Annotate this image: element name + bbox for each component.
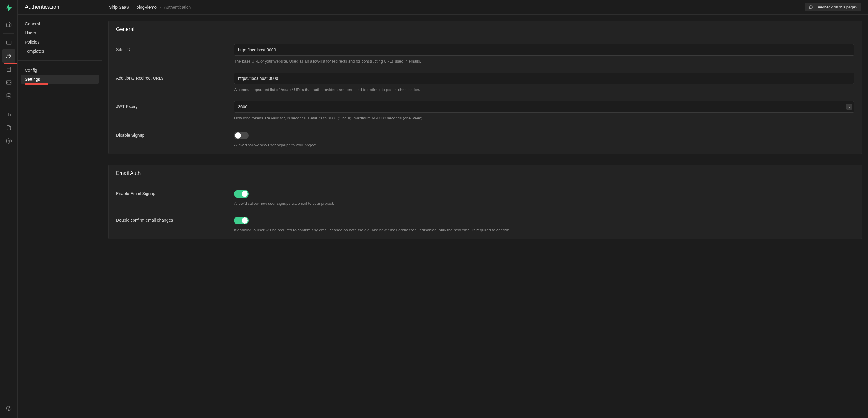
jwt-expiry-label: JWT Expiry bbox=[116, 101, 234, 121]
nav-auth[interactable] bbox=[2, 49, 16, 63]
main: Ship SaaS › blog-demo › Authentication F… bbox=[102, 0, 868, 418]
double-confirm-label: Double confirm email changes bbox=[116, 215, 234, 233]
divider bbox=[3, 105, 14, 105]
double-confirm-toggle[interactable] bbox=[234, 216, 249, 224]
subnav-users[interactable]: Users bbox=[21, 28, 99, 37]
site-url-input[interactable] bbox=[234, 44, 855, 56]
disable-signup-toggle[interactable] bbox=[234, 132, 249, 139]
chevron-right-icon: › bbox=[160, 5, 161, 10]
double-confirm-help: If enabled, a user will be required to c… bbox=[234, 228, 855, 233]
subnav-general[interactable]: General bbox=[21, 20, 99, 28]
annotation-highlight bbox=[25, 83, 49, 85]
feedback-button[interactable]: Feedback on this page? bbox=[805, 3, 861, 11]
breadcrumb-org[interactable]: Ship SaaS bbox=[109, 5, 129, 10]
number-stepper-icon[interactable] bbox=[846, 104, 852, 110]
enable-email-signup-toggle[interactable] bbox=[234, 190, 249, 198]
nav-help[interactable] bbox=[2, 402, 16, 415]
disable-signup-help: Allow/disallow new user signups to your … bbox=[234, 142, 855, 148]
chevron-right-icon: › bbox=[132, 5, 133, 10]
subnav-settings-label: Settings bbox=[25, 77, 40, 82]
site-url-help: The base URL of your website. Used as an… bbox=[234, 59, 855, 64]
subnav-policies[interactable]: Policies bbox=[21, 37, 99, 46]
nav-database[interactable] bbox=[2, 89, 16, 103]
email-auth-card: Email Auth Enable Email Signup Allow/dis… bbox=[108, 165, 862, 239]
redirect-urls-label: Additional Redirect URLs bbox=[116, 73, 234, 93]
breadcrumb-page: Authentication bbox=[164, 5, 191, 10]
content: General Site URL The base URL of your we… bbox=[102, 14, 868, 418]
jwt-expiry-input[interactable] bbox=[234, 101, 855, 112]
nav-settings[interactable] bbox=[2, 134, 16, 148]
nav-home[interactable] bbox=[2, 18, 16, 31]
breadcrumbs: Ship SaaS › blog-demo › Authentication bbox=[109, 5, 191, 10]
chat-icon bbox=[809, 5, 813, 9]
sub-nav-section-2: Config Settings bbox=[18, 61, 102, 89]
general-card: General Site URL The base URL of your we… bbox=[108, 21, 862, 154]
nav-table[interactable] bbox=[2, 36, 16, 49]
field-site-url: Site URL The base URL of your website. U… bbox=[109, 40, 862, 68]
subnav-config[interactable]: Config bbox=[21, 66, 99, 75]
field-jwt-expiry: JWT Expiry How long tokens are valid for… bbox=[109, 97, 862, 125]
subnav-templates[interactable]: Templates bbox=[21, 46, 99, 56]
field-redirect-urls: Additional Redirect URLs A comma separat… bbox=[109, 68, 862, 97]
nav-docs[interactable] bbox=[2, 121, 16, 134]
supabase-logo-icon bbox=[4, 4, 13, 12]
svg-point-4 bbox=[9, 54, 10, 55]
jwt-expiry-help: How long tokens are valid for, in second… bbox=[234, 115, 855, 121]
svg-rect-0 bbox=[6, 41, 11, 44]
email-auth-card-title: Email Auth bbox=[109, 165, 862, 182]
svg-point-3 bbox=[7, 54, 9, 56]
field-double-confirm: Double confirm email changes If enabled,… bbox=[109, 210, 862, 237]
redirect-urls-help: A comma separated list of *exact* URLs t… bbox=[234, 87, 855, 93]
subnav-settings[interactable]: Settings bbox=[21, 75, 99, 84]
enable-email-signup-label: Enable Email Signup bbox=[116, 188, 234, 206]
svg-rect-5 bbox=[7, 67, 10, 72]
disable-signup-label: Disable Signup bbox=[116, 130, 234, 148]
general-card-title: General bbox=[109, 21, 862, 38]
field-disable-signup: Disable Signup Allow/disallow new user s… bbox=[109, 126, 862, 152]
svg-point-8 bbox=[7, 94, 10, 95]
svg-point-14 bbox=[8, 410, 9, 410]
nav-reports[interactable] bbox=[2, 108, 16, 121]
divider bbox=[3, 33, 14, 34]
breadcrumb-project[interactable]: blog-demo bbox=[136, 5, 157, 10]
feedback-label: Feedback on this page? bbox=[815, 5, 858, 9]
svg-point-13 bbox=[6, 406, 11, 411]
field-enable-email-signup: Enable Email Signup Allow/disallow new u… bbox=[109, 184, 862, 210]
topbar: Ship SaaS › blog-demo › Authentication F… bbox=[102, 0, 868, 14]
sub-sidebar-header: Authentication bbox=[18, 0, 102, 14]
nav-edge-functions[interactable] bbox=[2, 76, 16, 89]
redirect-urls-input[interactable] bbox=[234, 73, 855, 84]
nav-storage[interactable] bbox=[2, 63, 16, 76]
site-url-label: Site URL bbox=[116, 44, 234, 64]
svg-point-12 bbox=[8, 140, 9, 142]
sub-nav-section-1: General Users Policies Templates bbox=[18, 14, 102, 61]
page-title: Authentication bbox=[25, 4, 59, 10]
sub-sidebar: Authentication General Users Policies Te… bbox=[18, 0, 102, 418]
enable-email-signup-help: Allow/disallow new user signups via emai… bbox=[234, 201, 855, 206]
icon-rail bbox=[0, 0, 18, 418]
